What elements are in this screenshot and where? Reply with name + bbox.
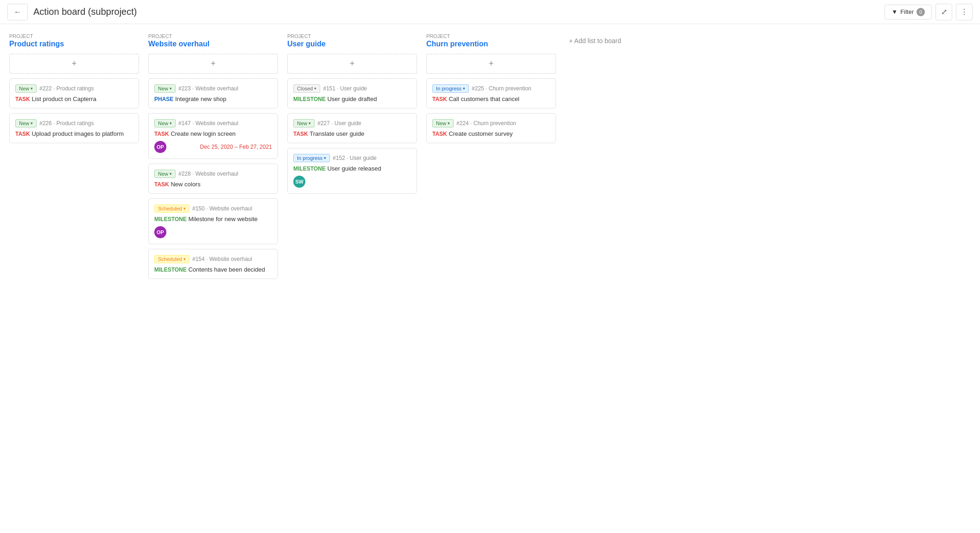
card-number: #147 · Website overhaul <box>178 120 238 127</box>
column-header: Project Website overhaul <box>148 33 278 48</box>
add-card-button[interactable]: + <box>426 54 556 74</box>
card-meta: Scheduled ▾ #154 · Website overhaul <box>154 255 272 263</box>
card-title: MILESTONE Milestone for new website <box>154 216 272 222</box>
avatar: OP <box>154 141 166 153</box>
status-badge[interactable]: New ▾ <box>154 170 176 178</box>
card-title-text: Milestone for new website <box>188 216 258 222</box>
card-title-text: Create new login screen <box>171 130 235 137</box>
filter-count: 0 <box>917 8 925 16</box>
column-header: Project User guide <box>287 33 417 48</box>
status-badge[interactable]: New ▾ <box>432 119 454 127</box>
card-card-224[interactable]: New ▾ #224 · Churn prevention TASK Creat… <box>426 113 556 143</box>
card-card-228[interactable]: New ▾ #228 · Website overhaul TASK New c… <box>148 164 278 194</box>
card-meta: Closed ▾ #151 · User guide <box>293 84 411 93</box>
card-title: TASK New colors <box>154 181 272 188</box>
status-badge[interactable]: New ▾ <box>293 119 315 127</box>
status-badge[interactable]: Closed ▾ <box>293 84 320 93</box>
card-footer: OPDec 25, 2020 – Feb 27, 2021 <box>154 141 272 153</box>
column-churn-prevention: Project Churn prevention + In progress ▾… <box>426 33 556 148</box>
column-user-guide: Project User guide + Closed ▾ #151 · Use… <box>287 33 417 198</box>
card-title: TASK Translate user guide <box>293 130 411 137</box>
card-type: TASK <box>154 131 169 137</box>
card-meta: New ▾ #227 · User guide <box>293 119 411 127</box>
status-badge[interactable]: New ▾ <box>154 119 176 127</box>
chevron-icon: ▾ <box>183 257 186 261</box>
filter-button[interactable]: ▼ Filter 0 <box>885 5 932 19</box>
card-card-152[interactable]: In progress ▾ #152 · User guide MILESTON… <box>287 148 417 194</box>
card-type: TASK <box>154 181 169 188</box>
card-meta: New ▾ #147 · Website overhaul <box>154 119 272 127</box>
card-type: MILESTONE <box>154 216 187 222</box>
card-card-226[interactable]: New ▾ #226 · Product ratings TASK Upload… <box>9 113 139 143</box>
card-meta: New ▾ #223 · Website overhaul <box>154 84 272 93</box>
card-card-147[interactable]: New ▾ #147 · Website overhaul TASK Creat… <box>148 113 278 159</box>
project-name[interactable]: User guide <box>287 40 417 48</box>
status-badge[interactable]: Scheduled ▾ <box>154 204 190 213</box>
status-badge[interactable]: New ▾ <box>15 119 37 127</box>
page-title: Action board (subproject) <box>33 6 885 17</box>
avatar: SW <box>293 176 305 188</box>
card-title-text: Integrate new shop <box>175 95 227 102</box>
card-type: TASK <box>293 131 308 137</box>
card-number: #226 · Product ratings <box>39 120 94 127</box>
card-type: TASK <box>432 96 447 102</box>
chevron-icon: ▾ <box>324 156 326 160</box>
card-type: TASK <box>15 131 30 137</box>
project-name[interactable]: Product ratings <box>9 40 139 48</box>
add-list-button[interactable]: + Add list to board <box>565 33 625 48</box>
card-type: MILESTONE <box>154 266 187 273</box>
card-title: TASK List product on Capterra <box>15 95 133 102</box>
card-meta: New ▾ #226 · Product ratings <box>15 119 133 127</box>
status-badge[interactable]: In progress ▾ <box>432 84 469 93</box>
add-card-button[interactable]: + <box>287 54 417 74</box>
chevron-icon: ▾ <box>314 86 316 91</box>
project-name[interactable]: Website overhaul <box>148 40 278 48</box>
card-number: #228 · Website overhaul <box>178 171 238 177</box>
column-header: Project Churn prevention <box>426 33 556 48</box>
card-card-222[interactable]: New ▾ #222 · Product ratings TASK List p… <box>9 78 139 108</box>
add-card-button[interactable]: + <box>9 54 139 74</box>
add-card-button[interactable]: + <box>148 54 278 74</box>
status-badge[interactable]: New ▾ <box>15 84 37 93</box>
more-button[interactable]: ⋮ <box>956 4 973 20</box>
card-title: TASK Create customer survey <box>432 130 550 137</box>
card-card-227[interactable]: New ▾ #227 · User guide TASK Translate u… <box>287 113 417 143</box>
card-meta: In progress ▾ #225 · Churn prevention <box>432 84 550 93</box>
card-type: TASK <box>15 96 30 102</box>
card-type: MILESTONE <box>293 96 326 102</box>
card-title-text: User guide released <box>327 165 381 172</box>
status-badge[interactable]: Scheduled ▾ <box>154 255 190 263</box>
project-label: Project <box>148 33 278 39</box>
filter-icon: ▼ <box>891 8 898 15</box>
card-title: MILESTONE User guide released <box>293 165 411 172</box>
card-card-150[interactable]: Scheduled ▾ #150 · Website overhaul MILE… <box>148 198 278 244</box>
page-header: ← Action board (subproject) ▼ Filter 0 ⤢… <box>0 0 980 24</box>
project-name[interactable]: Churn prevention <box>426 40 556 48</box>
board-container: Project Product ratings + New ▾ #222 · P… <box>0 24 980 533</box>
status-badge[interactable]: New ▾ <box>154 84 176 93</box>
card-number: #152 · User guide <box>333 155 377 161</box>
card-card-223[interactable]: New ▾ #223 · Website overhaul PHASE Inte… <box>148 78 278 108</box>
card-card-154[interactable]: Scheduled ▾ #154 · Website overhaul MILE… <box>148 249 278 279</box>
card-card-225[interactable]: In progress ▾ #225 · Churn prevention TA… <box>426 78 556 108</box>
column-website-overhaul: Project Website overhaul + New ▾ #223 · … <box>148 33 278 284</box>
back-button[interactable]: ← <box>7 4 28 20</box>
chevron-icon: ▾ <box>463 86 465 91</box>
card-card-151[interactable]: Closed ▾ #151 · User guide MILESTONE Use… <box>287 78 417 108</box>
project-label: Project <box>9 33 139 39</box>
card-type: TASK <box>432 131 447 137</box>
card-title: MILESTONE User guide drafted <box>293 95 411 102</box>
chevron-icon: ▾ <box>31 86 33 91</box>
card-title-text: User guide drafted <box>327 95 377 102</box>
status-badge[interactable]: In progress ▾ <box>293 154 330 162</box>
card-footer: SW <box>293 176 411 188</box>
card-meta: In progress ▾ #152 · User guide <box>293 154 411 162</box>
project-label: Project <box>287 33 417 39</box>
expand-button[interactable]: ⤢ <box>936 4 952 20</box>
card-title-text: Create customer survey <box>449 130 512 137</box>
card-title-text: Upload product images to platform <box>32 130 124 137</box>
column-product-ratings: Project Product ratings + New ▾ #222 · P… <box>9 33 139 148</box>
card-title: MILESTONE Contents have been decided <box>154 266 272 273</box>
card-title-text: Call customers that cancel <box>449 95 519 102</box>
chevron-icon: ▾ <box>170 171 172 176</box>
